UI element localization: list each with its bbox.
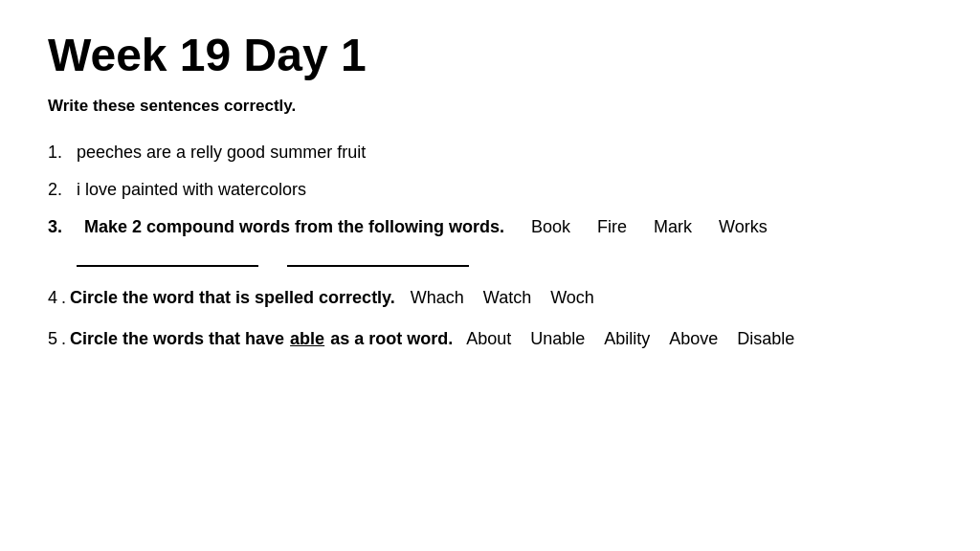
q5-word-4: Above [669, 329, 718, 349]
q3-word-3: Mark [654, 217, 692, 237]
item-text-2: i love painted with watercolors [77, 180, 306, 200]
q4-label: Circle the word that is spelled correctl… [70, 288, 395, 308]
list-item-2: 2. i love painted with watercolors [48, 180, 932, 200]
question-3: 3. Make 2 compound words from the follow… [48, 217, 932, 267]
list-item-1: 1. peeches are a relly good summer fruit [48, 143, 932, 163]
q4-word-2: Watch [483, 288, 531, 308]
blank-1 [77, 245, 258, 267]
item-text-1: peeches are a relly good summer fruit [77, 143, 366, 163]
q3-number: 3. [48, 217, 77, 237]
q5-word-3: Ability [604, 329, 650, 349]
q4-number: 4 [48, 288, 57, 308]
q4-word-3: Woch [550, 288, 594, 308]
q5-label-post: as a root word. [330, 329, 453, 349]
subtitle: Write these sentences correctly. [48, 97, 932, 116]
blank-2 [287, 245, 469, 267]
question-5: 5 . Circle the words that have able as a… [48, 329, 932, 349]
q5-root-word: able [290, 329, 324, 349]
q5-word-1: About [466, 329, 511, 349]
question-4: 4 . Circle the word that is spelled corr… [48, 288, 932, 308]
q5-number: 5 [48, 329, 57, 349]
item-number-1: 1. [48, 143, 77, 163]
q3-word-1: Book [531, 217, 570, 237]
q3-word-4: Works [719, 217, 768, 237]
q5-word-2: Unable [530, 329, 585, 349]
q4-word-1: Whach [411, 288, 464, 308]
item-number-2: 2. [48, 180, 77, 200]
q5-word-5: Disable [737, 329, 794, 349]
q3-word-2: Fire [597, 217, 627, 237]
q3-label: Make 2 compound words from the following… [84, 217, 504, 237]
page-title: Week 19 Day 1 [48, 29, 932, 81]
q5-label-pre: Circle the words that have [70, 329, 284, 349]
